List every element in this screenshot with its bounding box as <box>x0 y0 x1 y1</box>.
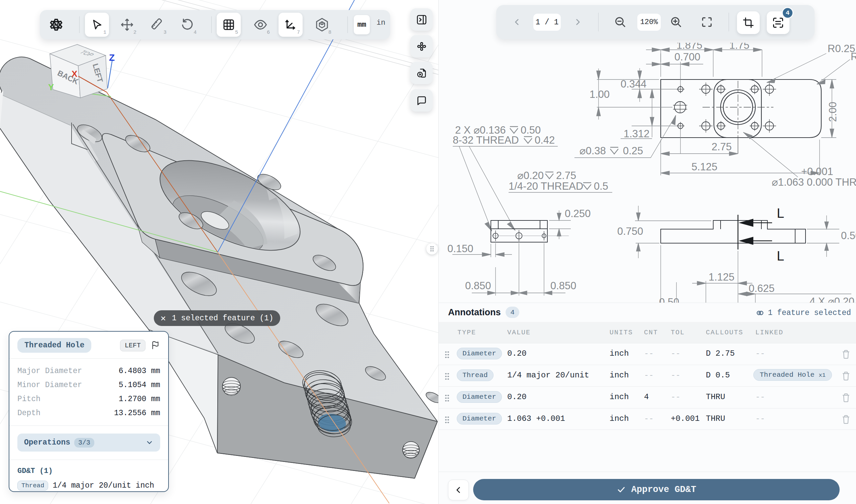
svg-text:0.700: 0.700 <box>674 51 701 63</box>
svg-text:L: L <box>777 206 784 220</box>
svg-text:5.125: 5.125 <box>691 161 718 173</box>
svg-text:0.25: 0.25 <box>623 145 643 157</box>
svg-text:2.75: 2.75 <box>556 170 576 181</box>
svg-text:0.625: 0.625 <box>749 283 775 294</box>
svg-text:0.150: 0.150 <box>447 243 474 254</box>
svg-text:0.50: 0.50 <box>841 230 856 241</box>
svg-text:R0: R0 <box>851 51 856 62</box>
svg-text:2.00: 2.00 <box>827 102 839 122</box>
svg-text:4 X ⌀0.20: 4 X ⌀0.20 <box>809 295 854 303</box>
svg-text:0.250: 0.250 <box>565 208 591 219</box>
svg-text:0.850: 0.850 <box>465 280 491 292</box>
svg-text:0.42: 0.42 <box>535 134 555 146</box>
svg-text:0.50: 0.50 <box>659 296 679 303</box>
svg-text:Y: Y <box>48 82 54 92</box>
svg-text:⌀0.20: ⌀0.20 <box>517 170 544 181</box>
svg-text:0.5: 0.5 <box>594 180 608 192</box>
svg-text:X: X <box>71 69 78 79</box>
svg-text:⌀0.38: ⌀0.38 <box>580 145 606 157</box>
svg-text:1.00: 1.00 <box>589 89 610 100</box>
svg-text:+0.001: +0.001 <box>801 166 833 177</box>
svg-text:0.850: 0.850 <box>550 280 577 292</box>
svg-text:2.75: 2.75 <box>712 141 732 152</box>
svg-text:1.312: 1.312 <box>623 128 650 140</box>
svg-text:L: L <box>777 249 784 263</box>
svg-text:8-32 THREAD: 8-32 THREAD <box>453 134 519 146</box>
svg-text:1.875: 1.875 <box>677 43 703 51</box>
svg-text:0.750: 0.750 <box>617 226 643 237</box>
svg-text:1.75: 1.75 <box>729 43 749 51</box>
svg-text:1/4-20 THREAD: 1/4-20 THREAD <box>509 180 583 192</box>
svg-text:Z: Z <box>109 52 115 63</box>
svg-text:0.344: 0.344 <box>621 78 647 90</box>
svg-text:1.125: 1.125 <box>708 271 735 283</box>
svg-text:⌀1.063 0.000 THR: ⌀1.063 0.000 THR <box>772 176 856 188</box>
